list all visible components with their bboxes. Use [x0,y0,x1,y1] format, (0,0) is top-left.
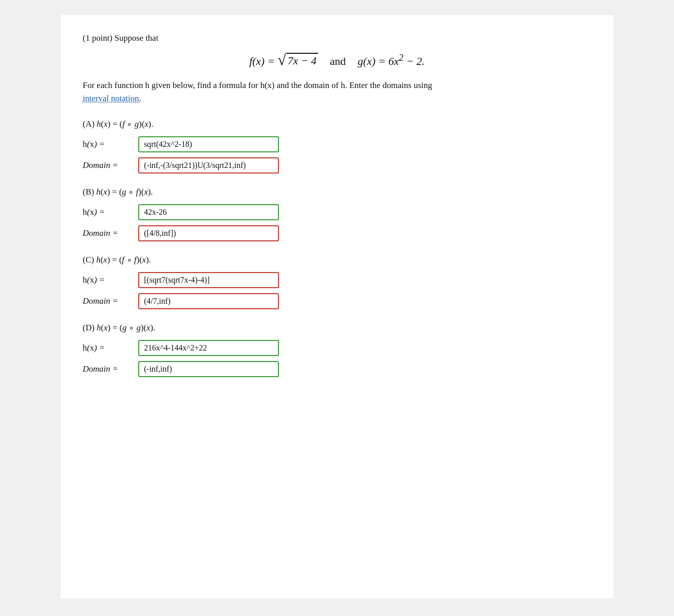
section-A-label: (A) h(x) = (f ∘ g)(x). [83,119,592,129]
interval-notation-link[interactable]: interval notation. [83,94,141,103]
section-C-domain-row: Domain = [83,293,592,309]
section-A-hx-row: h(x) = [83,136,592,152]
section-C: (C) h(x) = (f ∘ f)(x). h(x) = Domain = [83,254,592,309]
section-C-label: (C) h(x) = (f ∘ f)(x). [83,254,592,265]
sqrt-expression: √ 7x − 4 [277,52,318,68]
gx-xsq: x [394,55,399,67]
section-B-domain-input[interactable] [138,225,279,241]
section-B-hx-row: h(x) = [83,204,592,220]
section-A-domain-row: Domain = [83,157,592,173]
section-A-domain-label: Domain = [83,160,138,170]
section-C-domain-label: Domain = [83,296,138,306]
page-container: (1 point) Suppose that f(x) = √ 7x − 4 a… [61,15,614,598]
description-text: For each function h given below, find a … [83,79,592,106]
section-B-domain-row: Domain = [83,225,592,241]
section-A-hx-input[interactable] [138,136,279,152]
section-C-hx-row: h(x) = [83,272,592,288]
section-C-domain-input[interactable] [138,293,279,309]
section-D-label: (D) h(x) = (g ∘ g)(x). [83,322,592,333]
section-B-hx-input[interactable] [138,204,279,220]
gx-label: g [358,55,363,67]
sqrt-symbol: √ [277,52,286,68]
section-B-domain-label: Domain = [83,228,138,238]
section-A-hx-label: h(x) = [83,139,138,149]
formula-display: f(x) = √ 7x − 4 and g(x) = 6x2 − 2. [83,52,592,68]
sections-container: (A) h(x) = (f ∘ g)(x). h(x) = Domain = (… [83,119,592,377]
intro-label: (1 point) Suppose that [83,33,159,43]
section-D-domain-label: Domain = [83,364,138,374]
desc-main: For each function h given below, find a … [83,80,432,90]
section-D-domain-input[interactable] [138,361,279,377]
sqrt-radicand: 7x − 4 [286,53,318,67]
section-A: (A) h(x) = (f ∘ g)(x). h(x) = Domain = [83,119,592,173]
fx-label: f [249,55,252,67]
section-D-hx-label: h(x) = [83,343,138,353]
section-D-hx-row: h(x) = [83,340,592,356]
section-D-hx-input[interactable] [138,340,279,356]
section-D-domain-row: Domain = [83,361,592,377]
and-word: and [330,55,346,67]
section-C-hx-label: h(x) = [83,275,138,285]
section-B: (B) h(x) = (g ∘ f)(x). h(x) = Domain = [83,187,592,241]
section-B-label: (B) h(x) = (g ∘ f)(x). [83,187,592,197]
section-B-hx-label: h(x) = [83,207,138,217]
fx-x: x [256,55,261,67]
section-A-domain-input[interactable] [138,157,279,173]
section-D: (D) h(x) = (g ∘ g)(x). h(x) = Domain = [83,322,592,377]
intro-text: (1 point) Suppose that [83,33,592,43]
gx-x: x [367,55,372,67]
section-C-hx-input[interactable] [138,272,279,288]
